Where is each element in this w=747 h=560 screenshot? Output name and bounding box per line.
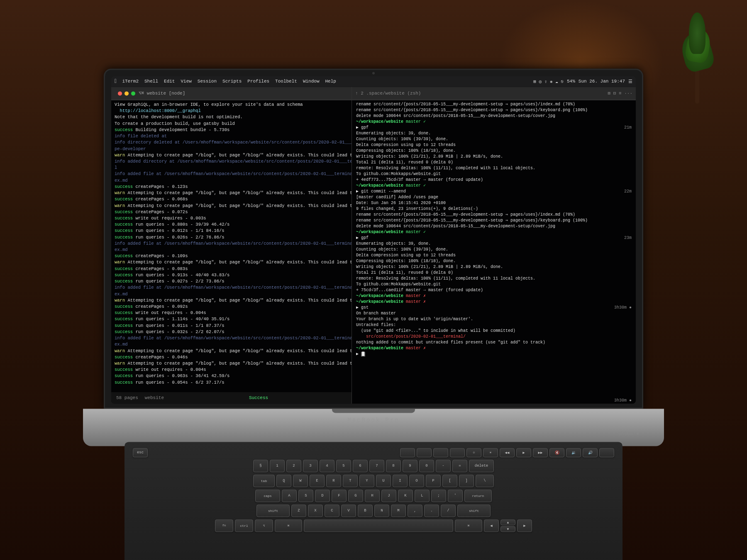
key-3[interactable]: 3	[303, 460, 318, 472]
terminal-line: ex.md	[115, 247, 348, 253]
key-rshift[interactable]: shift	[457, 504, 491, 517]
key-k[interactable]: K	[398, 489, 413, 502]
menubar-profiles[interactable]: Profiles	[247, 79, 269, 84]
key-f6[interactable]: ☀	[483, 448, 498, 457]
key-option[interactable]: ⌥	[255, 519, 273, 532]
menubar-view[interactable]: View	[181, 79, 191, 84]
menubar-iterm2[interactable]: iTerm2	[122, 79, 139, 84]
key-f8[interactable]: ▶	[516, 448, 531, 457]
maximize-button[interactable]	[131, 91, 135, 95]
key-lcmd[interactable]: ⌘	[275, 519, 302, 532]
terminal-left[interactable]: ⌥⌘ website [node] View GraphiQL, an in-b…	[111, 87, 352, 404]
key-p[interactable]: P	[426, 475, 441, 487]
key-backslash[interactable]: \	[476, 475, 494, 487]
key-w[interactable]: W	[293, 475, 308, 487]
key-v[interactable]: V	[341, 504, 356, 517]
menubar-edit[interactable]: Edit	[164, 79, 175, 84]
key-left[interactable]: ◀	[484, 519, 499, 532]
key-g[interactable]: G	[348, 489, 363, 502]
key-minus[interactable]: -	[436, 460, 451, 472]
key-i[interactable]: I	[393, 475, 408, 487]
key-4[interactable]: 4	[320, 460, 334, 472]
key-return[interactable]: return	[464, 489, 492, 502]
key-j[interactable]: J	[381, 489, 396, 502]
key-e[interactable]: E	[310, 475, 325, 487]
key-s[interactable]: S	[298, 489, 313, 502]
close-button[interactable]	[118, 91, 122, 95]
menubar-toolbelt[interactable]: Toolbelt	[275, 79, 297, 84]
key-f5[interactable]: ☼	[466, 448, 481, 457]
key-up[interactable]: ▲	[500, 519, 515, 525]
key-u[interactable]: U	[376, 475, 391, 487]
terminal-line: 9 files changed, 23 insertions(+), 9 del…	[356, 206, 632, 212]
menubar-scripts[interactable]: Scripts	[222, 79, 242, 84]
key-a[interactable]: A	[282, 489, 297, 502]
key-right[interactable]: ▶	[517, 519, 532, 532]
key-r[interactable]: R	[326, 475, 341, 487]
key-tab[interactable]: tab	[253, 475, 275, 487]
key-f9[interactable]: ▶▶	[533, 448, 548, 457]
key-backtick[interactable]: §	[253, 460, 268, 472]
key-lshift[interactable]: shift	[256, 504, 290, 517]
key-touchid[interactable]	[599, 448, 614, 457]
key-lbracket[interactable]: [	[442, 475, 457, 487]
key-delete[interactable]: delete	[469, 460, 494, 472]
key-f4[interactable]	[450, 448, 465, 457]
key-period[interactable]: .	[424, 504, 439, 517]
key-f[interactable]: F	[332, 489, 347, 502]
key-8[interactable]: 8	[386, 460, 401, 472]
key-equals[interactable]: =	[452, 460, 467, 472]
terminal-right[interactable]: ↑ 2 .space/website (zsh) ⊞ ⊟ ≡ ··· renam…	[352, 87, 636, 404]
key-z[interactable]: Z	[291, 504, 306, 517]
terminal-line: success write out requires - 0.003s	[115, 215, 348, 222]
key-fn[interactable]: fn	[215, 519, 233, 532]
terminal-line: warn Attempting to create page "/blog", …	[115, 297, 348, 304]
key-o[interactable]: O	[409, 475, 424, 487]
key-f1[interactable]	[400, 448, 415, 457]
key-6[interactable]: 6	[353, 460, 368, 472]
key-9[interactable]: 9	[403, 460, 417, 472]
key-1[interactable]: 1	[270, 460, 285, 472]
key-y[interactable]: Y	[359, 475, 374, 487]
arrow-ud: ▲ ▼	[500, 519, 515, 532]
key-quote[interactable]: '	[448, 489, 463, 502]
right-terminal-content[interactable]: rename src/content/{posts/2018-05-15___m…	[352, 100, 636, 404]
key-x[interactable]: X	[308, 504, 323, 517]
key-q[interactable]: Q	[276, 475, 291, 487]
key-rbracket[interactable]: ]	[459, 475, 474, 487]
key-down[interactable]: ▼	[500, 526, 515, 532]
key-m[interactable]: M	[391, 504, 406, 517]
key-ctrl[interactable]: ctrl	[235, 519, 253, 532]
minimize-button[interactable]	[124, 91, 129, 95]
key-esc[interactable]: esc	[133, 448, 148, 457]
menubar-shell[interactable]: Shell	[144, 79, 158, 84]
left-terminal-content[interactable]: View GraphiQL, an in-browser IDE, to exp…	[111, 100, 352, 404]
key-c[interactable]: C	[325, 504, 339, 517]
key-comma[interactable]: ,	[408, 504, 422, 517]
key-semicolon[interactable]: ;	[431, 489, 446, 502]
key-f7[interactable]: ◀◀	[500, 448, 515, 457]
key-f12[interactable]: 🔊	[583, 448, 598, 457]
key-d[interactable]: D	[315, 489, 330, 502]
key-f10[interactable]: 🔇	[549, 448, 564, 457]
menubar-window[interactable]: Window	[303, 79, 320, 84]
key-f2[interactable]	[417, 448, 432, 457]
key-n[interactable]: N	[374, 504, 389, 517]
menubar-session[interactable]: Session	[198, 79, 217, 84]
key-5[interactable]: 5	[336, 460, 351, 472]
right-status-bar: 3h30m ●	[613, 397, 632, 404]
key-caps[interactable]: caps	[255, 489, 280, 502]
key-0[interactable]: 0	[419, 460, 434, 472]
key-space[interactable]	[304, 519, 453, 532]
key-t[interactable]: T	[343, 475, 358, 487]
key-f11[interactable]: 🔉	[566, 448, 581, 457]
key-rcmd[interactable]: ⌘	[455, 519, 482, 532]
key-h[interactable]: H	[365, 489, 380, 502]
menubar-help[interactable]: Help	[325, 79, 336, 84]
key-2[interactable]: 2	[286, 460, 301, 472]
key-b[interactable]: B	[358, 504, 373, 517]
key-slash[interactable]: /	[441, 504, 456, 517]
key-l[interactable]: L	[415, 489, 430, 502]
key-f3[interactable]	[433, 448, 448, 457]
key-7[interactable]: 7	[369, 460, 384, 472]
